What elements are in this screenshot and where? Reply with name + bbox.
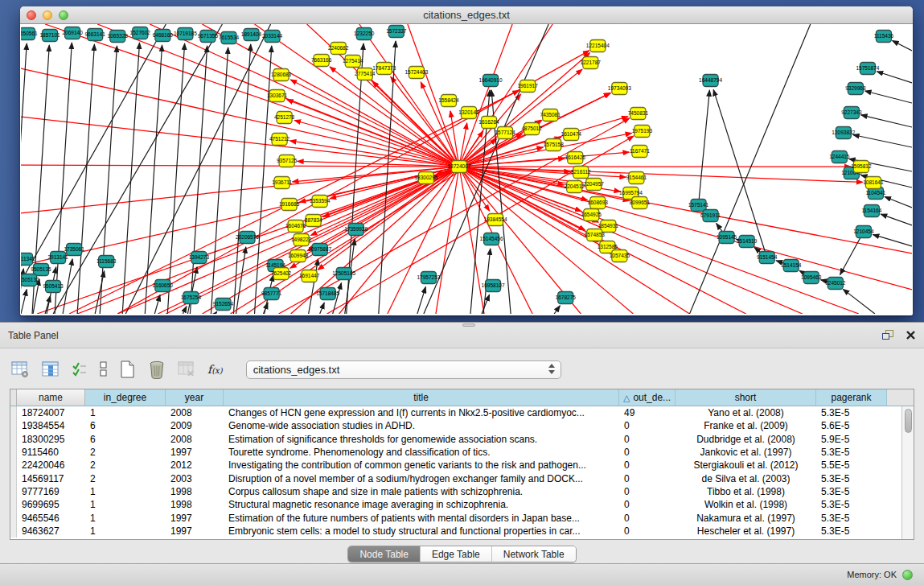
table-cell[interactable]: 2003 <box>166 473 224 484</box>
graph-node[interactable]: 9151454 <box>757 252 778 264</box>
graph-node[interactable]: 15751874 <box>856 63 879 75</box>
graph-node[interactable]: 1210454 <box>853 226 874 238</box>
table-row[interactable]: 977716911998Corpus callosum shape and si… <box>10 485 914 498</box>
table-cell[interactable]: Structural magnetic resonance image aver… <box>224 499 619 510</box>
graph-node[interactable]: 2240682 <box>328 43 349 55</box>
table-cell[interactable]: 2008 <box>166 407 224 418</box>
graph-node[interactable]: 1675254 <box>181 292 202 304</box>
tab-network-table[interactable]: Network Table <box>492 546 576 562</box>
graph-node[interactable]: 17847373 <box>372 63 396 75</box>
graph-node[interactable]: 1275414 <box>343 56 363 68</box>
graph-node[interactable]: 1167471 <box>630 146 650 158</box>
table-cell[interactable]: 22420046 <box>17 459 85 471</box>
graph-node[interactable]: 16448794 <box>699 75 722 87</box>
graph-node[interactable]: 9329968 <box>845 83 866 95</box>
graph-node[interactable]: 1115436 <box>874 31 894 43</box>
graph-node[interactable]: 7615534 <box>219 32 240 44</box>
table-cell[interactable]: 5.9E-5 <box>816 434 887 445</box>
table-cell[interactable]: 0 <box>619 525 676 537</box>
table-row[interactable]: 1456911722003Disruption of a novel membe… <box>10 472 914 484</box>
table-cell[interactable]: Yano et al. (2008) <box>676 407 816 418</box>
float-panel-icon[interactable] <box>882 330 894 340</box>
graph-node[interactable]: 887834 <box>305 215 322 227</box>
graph-node[interactable]: 1232250 <box>354 28 375 40</box>
graph-node[interactable]: 12215404 <box>586 40 610 52</box>
graph-node[interactable]: 1936711 <box>272 177 292 189</box>
graph-node[interactable]: 1891404 <box>241 29 262 41</box>
table-cell[interactable]: 5.5E-5 <box>816 459 887 471</box>
tab-node-table[interactable]: Node Table <box>348 546 421 562</box>
show-columns-icon[interactable] <box>42 361 60 377</box>
column-header-pagerank[interactable]: pagerank <box>816 389 887 406</box>
table-cell[interactable]: 5.3E-5 <box>816 513 887 524</box>
table-cell[interactable]: 1 <box>85 513 166 524</box>
table-cell[interactable]: Jankovic et al. (1997) <box>676 447 816 458</box>
table-cell[interactable]: 1997 <box>166 447 224 458</box>
table-row[interactable]: 911546021997Tourette syndrome. Phenomeno… <box>10 446 914 459</box>
table-cell[interactable]: Tibbo et al. (1998) <box>676 486 816 497</box>
table-row[interactable]: 2242004622012Investigating the contribut… <box>10 459 914 472</box>
graph-node[interactable]: 1095145 <box>717 232 737 244</box>
table-cell[interactable]: 2008 <box>166 434 224 445</box>
table-cell[interactable]: 5.3E-5 <box>816 407 887 418</box>
graph-node[interactable]: 1595812 <box>851 161 872 173</box>
column-header-year[interactable]: year <box>166 389 224 406</box>
graph-node[interactable]: 1916685 <box>279 199 300 211</box>
column-header-name[interactable]: name <box>17 389 85 406</box>
graph-node[interactable]: 19734093 <box>608 83 631 95</box>
graph-node[interactable]: 1221787 <box>581 57 602 69</box>
graph-node[interactable]: 4751212 <box>269 134 290 146</box>
table-row[interactable]: 1872400712008Changes of HCN gene express… <box>10 406 914 419</box>
table-cell[interactable]: Changes of HCN gene expression and I(f) … <box>224 407 619 418</box>
graph-node[interactable]: 9857771 <box>261 288 282 300</box>
graph-node[interactable]: 1514519 <box>737 236 758 248</box>
table-cell[interactable]: 0 <box>619 447 676 458</box>
graph-node[interactable]: 1610474 <box>561 129 582 141</box>
table-cell[interactable]: 5.6E-5 <box>816 420 887 431</box>
graph-node[interactable]: 3216112 <box>571 167 591 179</box>
table-cell[interactable]: 1997 <box>166 525 224 537</box>
table-cell[interactable]: 1997 <box>166 513 224 524</box>
table-cell[interactable]: Wolkin et al. (1998) <box>676 499 816 510</box>
graph-node[interactable]: 1616426 <box>565 152 586 164</box>
graph-node[interactable]: 9154461 <box>626 172 647 184</box>
table-cell[interactable]: 6 <box>85 434 166 445</box>
table-cell[interactable]: Corpus callosum shape and size in male p… <box>224 486 619 497</box>
table-cell[interactable]: 0 <box>619 434 676 445</box>
graph-node[interactable]: 2160650 <box>153 280 174 292</box>
graph-node[interactable]: 1911341 <box>21 253 35 266</box>
table-cell[interactable]: 9463627 <box>17 525 85 537</box>
table-cell[interactable]: Estimation of significance thresholds fo… <box>224 434 619 445</box>
table-cell[interactable]: 1998 <box>166 486 224 497</box>
graph-node[interactable]: 1616264 <box>478 117 499 129</box>
graph-node[interactable]: 1575158 <box>544 139 565 151</box>
table-row[interactable]: 1938455462009Genome-wide association stu… <box>10 419 914 432</box>
graph-node[interactable]: 9505413 <box>43 281 64 293</box>
graph-node[interactable]: 1604676 <box>285 220 306 233</box>
table-cell[interactable]: 19384554 <box>17 420 85 431</box>
row-selection-icon[interactable] <box>72 361 88 377</box>
table-cell[interactable]: Estimation of the future numbers of pati… <box>224 513 619 524</box>
graph-node[interactable]: 9671355 <box>198 31 219 43</box>
table-cell[interactable]: 2 <box>85 473 166 484</box>
graph-node[interactable]: 16640910 <box>479 75 503 87</box>
table-cell[interactable]: 5.3E-5 <box>816 525 887 537</box>
graph-node[interactable]: 1654925 <box>581 209 602 221</box>
table-cell[interactable]: 14569117 <box>17 473 85 484</box>
table-cell[interactable]: 9465546 <box>17 513 85 524</box>
table-cell[interactable]: Nakamura et al. (1997) <box>676 513 816 524</box>
graph-node[interactable]: 7663166 <box>311 55 332 67</box>
table-cell[interactable]: de Silva et al. (2003) <box>676 473 816 484</box>
table-mode-icon[interactable] <box>11 361 30 378</box>
delete-column-icon[interactable] <box>148 360 166 379</box>
graph-node[interactable]: 1065328 <box>108 31 129 43</box>
graph-node[interactable]: 1095463 <box>801 272 822 284</box>
table-cell[interactable]: Dudbridge et al. (2008) <box>676 434 816 445</box>
graph-node[interactable]: 1961917 <box>517 80 538 93</box>
table-cell[interactable]: 18300295 <box>17 434 85 445</box>
graph-node[interactable]: 12093832 <box>832 127 855 139</box>
graph-node[interactable]: 1678275 <box>556 292 577 304</box>
graph-node[interactable]: 1609948 <box>288 250 309 262</box>
table-cell[interactable]: 0 <box>619 420 676 431</box>
table-cell[interactable]: 6 <box>85 420 166 431</box>
